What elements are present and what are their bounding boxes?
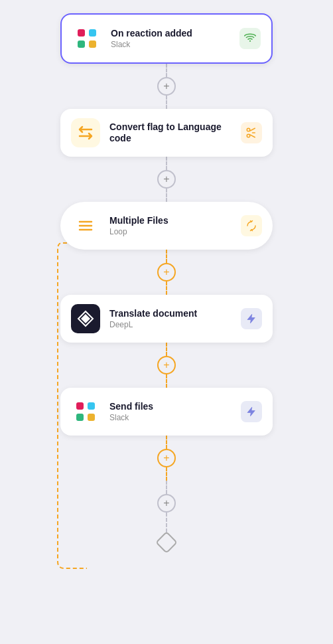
svg-rect-16: [157, 532, 176, 552]
trigger-title: On reaction added: [111, 28, 230, 39]
send-connector: +: [157, 436, 176, 481]
add-button-2[interactable]: +: [157, 170, 176, 189]
translate-title: Translate document: [109, 308, 232, 319]
arrows-icon: [76, 123, 96, 143]
send-slack-icon-wrapper: [71, 397, 100, 426]
loop-line-2: [166, 282, 167, 295]
loop-line-1: [166, 250, 167, 263]
svg-rect-2: [78, 40, 85, 48]
loop-connector-down: +: [157, 250, 176, 295]
translate-node[interactable]: Translate document DeepL: [60, 295, 273, 343]
end-diamond-wrapper: [157, 532, 176, 552]
add-button-1[interactable]: +: [157, 77, 176, 96]
trigger-badge: [239, 28, 261, 49]
svg-rect-1: [89, 29, 96, 37]
convert-text: Convert flag to Language code: [109, 121, 232, 144]
line-2: [166, 96, 167, 109]
loop-icon-wrapper: [71, 211, 100, 240]
trans-line-1: [166, 343, 167, 356]
convert-icon-wrapper: [71, 118, 100, 147]
add-button-4[interactable]: +: [157, 356, 176, 374]
deepl-icon: [76, 309, 96, 329]
wifi-icon: [244, 33, 256, 44]
flow-canvas: On reaction added Slack + Co: [0, 13, 333, 552]
translate-text: Translate document DeepL: [109, 308, 232, 330]
loop-node[interactable]: Multiple Files Loop: [60, 202, 273, 250]
lines-icon: [76, 216, 96, 236]
svg-rect-0: [78, 29, 85, 37]
trans-line-2: [166, 374, 167, 388]
add-button-5[interactable]: +: [157, 449, 176, 467]
translate-connector: +: [157, 343, 176, 388]
slack-icon-wrapper: [72, 24, 101, 53]
connector-1: +: [157, 64, 176, 109]
convert-badge: [241, 122, 262, 143]
svg-rect-15: [88, 414, 95, 421]
svg-rect-12: [76, 402, 84, 410]
svg-rect-14: [76, 414, 84, 421]
loop-title: Multiple Files: [109, 215, 232, 226]
slack-icon: [74, 26, 100, 51]
final-line-2: [166, 513, 167, 532]
send-slack-icon: [73, 399, 98, 424]
connector-2: +: [157, 157, 176, 202]
convert-node[interactable]: Convert flag to Language code: [60, 109, 273, 157]
trigger-subtitle: Slack: [111, 40, 230, 49]
add-button-3[interactable]: +: [157, 263, 176, 282]
lightning-icon-1: [245, 313, 257, 325]
trigger-node[interactable]: On reaction added Slack: [60, 13, 273, 64]
svg-rect-3: [89, 40, 96, 48]
convert-title: Convert flag to Language code: [109, 121, 232, 144]
loop-subtitle: Loop: [109, 227, 232, 236]
translate-subtitle: DeepL: [109, 320, 232, 329]
line-1: [166, 64, 167, 77]
send-line-1: [166, 436, 167, 449]
lightning-icon-2: [245, 406, 257, 418]
deepl-icon-wrapper: [71, 304, 100, 333]
end-node: [157, 532, 176, 552]
svg-point-4: [249, 40, 251, 42]
add-button-final[interactable]: +: [157, 494, 176, 513]
final-connector: +: [157, 481, 176, 532]
send-node[interactable]: Send files Slack: [60, 388, 273, 436]
line-3: [166, 157, 167, 170]
scissors-icon: [245, 127, 257, 139]
final-line-1: [166, 481, 167, 494]
trigger-text: On reaction added Slack: [111, 28, 230, 50]
loop-icon: [245, 220, 257, 232]
send-line-2: [166, 467, 167, 481]
loop-outer: Multiple Files Loop +: [40, 202, 293, 481]
send-text: Send files Slack: [109, 401, 232, 423]
send-subtitle: Slack: [109, 413, 232, 422]
translate-badge: [241, 308, 262, 329]
send-badge: [241, 401, 262, 422]
line-4: [166, 189, 167, 202]
svg-rect-13: [88, 402, 95, 410]
loop-badge: [241, 215, 262, 236]
end-diamond-icon: [157, 532, 176, 552]
loop-text: Multiple Files Loop: [109, 215, 232, 237]
send-title: Send files: [109, 401, 232, 412]
